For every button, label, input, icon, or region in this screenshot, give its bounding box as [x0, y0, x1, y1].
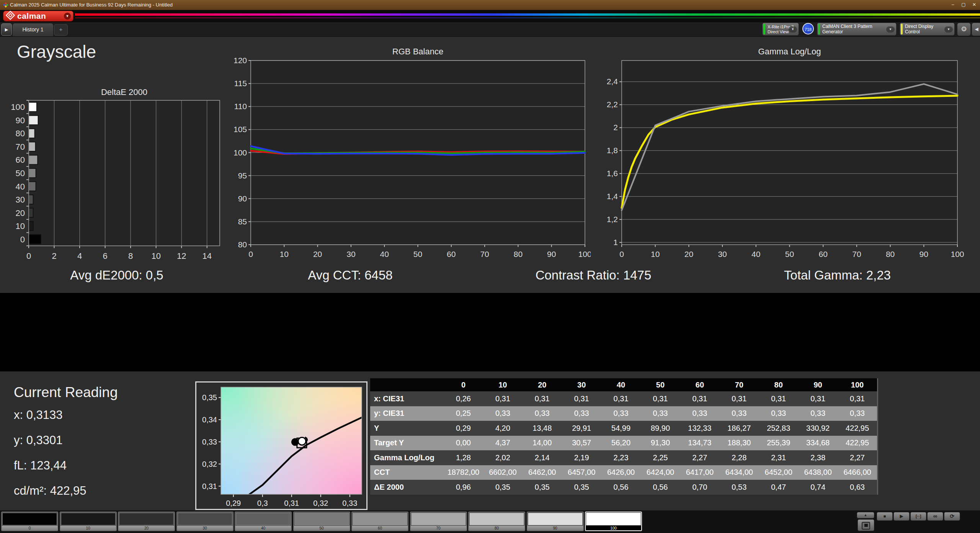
window-title: Calman 2025 Calman Ultimate for Business…	[10, 2, 173, 8]
table-cell: 0,33	[680, 409, 719, 418]
table-column-header: 0	[444, 381, 483, 389]
stat-avg-cct: Avg CCT: 6458	[249, 268, 452, 285]
pattern-tile-80[interactable]: 80	[468, 512, 525, 531]
svg-text:50: 50	[785, 250, 794, 258]
svg-text:40: 40	[751, 250, 760, 258]
table-row-label: Gamma Log/Log	[370, 453, 444, 462]
settings-button[interactable]: ⚙	[957, 23, 971, 36]
bracket-dots-icon: [··]	[916, 514, 921, 518]
measure-series-button[interactable]: [··]	[910, 512, 926, 521]
app-icon	[3, 2, 9, 8]
measure-continuous-button[interactable]: ∞	[927, 512, 943, 521]
pattern-tile-60[interactable]: 60	[351, 512, 408, 531]
table-cell: 0,33	[562, 409, 601, 418]
pattern-tile-70[interactable]: 70	[410, 512, 467, 531]
window-titlebar: Calman 2025 Calman Ultimate for Business…	[0, 0, 980, 10]
table-cell: 6417,00	[680, 468, 719, 477]
source-dropdown[interactable]: CalMAN Client 3 Pattern Generator ▼	[817, 23, 897, 36]
svg-text:0,34: 0,34	[202, 415, 217, 424]
table-cell: 4,20	[483, 424, 523, 433]
calman-menu-button[interactable]: calman ▼	[3, 11, 74, 21]
measure-once-button[interactable]: ▶	[893, 512, 910, 521]
minimize-button[interactable]: –	[949, 1, 957, 8]
layout-play-button[interactable]: ▶	[1, 23, 12, 36]
svg-text:70: 70	[852, 250, 861, 258]
svg-text:0,32: 0,32	[313, 499, 328, 507]
stop-measure-button[interactable]: ■	[877, 512, 893, 521]
pattern-window-button[interactable]	[858, 519, 874, 531]
svg-text:0: 0	[20, 235, 25, 244]
svg-text:50: 50	[16, 168, 25, 178]
table-cell: 2,38	[798, 453, 838, 462]
table-cell: 255,39	[759, 438, 798, 447]
current-reading-title: Current Reading	[14, 384, 118, 401]
svg-text:0: 0	[248, 250, 253, 258]
expand-pattern-window-button[interactable]: ▲	[857, 512, 874, 518]
add-tab-button[interactable]: +	[54, 24, 68, 36]
table-row-label: ΔE 2000	[370, 483, 444, 492]
pattern-tile-40[interactable]: 40	[235, 512, 292, 531]
svg-text:2,4: 2,4	[607, 77, 618, 86]
logo-strip: calman ▼	[0, 10, 980, 22]
pattern-tile-label: 60	[352, 526, 408, 531]
pattern-tile-100[interactable]: 100	[585, 512, 642, 531]
table-cell: 1,28	[444, 453, 483, 462]
svg-text:60: 60	[16, 155, 25, 165]
table-cell: 0,33	[523, 409, 562, 418]
svg-text:0,33: 0,33	[202, 438, 217, 446]
svg-text:30: 30	[718, 250, 727, 258]
svg-text:100: 100	[234, 148, 247, 157]
table-cell: 6426,00	[601, 468, 641, 477]
pattern-tile-label: 100	[586, 526, 641, 531]
svg-text:95: 95	[238, 171, 247, 180]
pattern-tile-swatch	[294, 513, 349, 525]
pattern-tile-swatch	[2, 513, 57, 525]
table-cell: 0,33	[838, 409, 877, 418]
tab-history-1[interactable]: History 1	[13, 23, 53, 36]
table-cell: 0,35	[523, 483, 562, 492]
pattern-tile-10[interactable]: 10	[60, 512, 117, 531]
svg-text:80: 80	[886, 250, 895, 258]
table-cell: 0,31	[759, 394, 798, 403]
table-cell: 2,31	[759, 453, 798, 462]
chevron-down-icon: ▼	[886, 26, 895, 33]
refresh-button[interactable]: ⟳	[944, 512, 960, 521]
pattern-tile-20[interactable]: 20	[118, 512, 175, 531]
calman-window: Calman 2025 Calman Ultimate for Business…	[0, 0, 980, 533]
reading-cdm2: cd/m²: 422,95	[14, 484, 87, 498]
stat-contrast-ratio: Contrast Ratio: 1475	[494, 268, 693, 285]
pattern-tile-30[interactable]: 30	[176, 512, 234, 531]
table-column-header: 50	[641, 381, 680, 389]
table-cell: 2,25	[641, 453, 680, 462]
table-cell: 422,95	[838, 438, 877, 447]
table-cell: 0,53	[719, 483, 759, 492]
gamma-log-log-chart: Gamma Log/Log11,21,41,61,822,22,40102030…	[604, 44, 975, 264]
svg-text:30: 30	[16, 195, 25, 204]
table-cell: 0,35	[562, 483, 601, 492]
svg-text:4: 4	[77, 251, 82, 261]
display-window-icon	[862, 522, 870, 530]
display-dropdown[interactable]: Direct Display Control ▼	[900, 23, 955, 36]
pattern-tile-label: 20	[119, 526, 174, 531]
svg-text:0,31: 0,31	[284, 499, 299, 507]
svg-text:0,31: 0,31	[202, 482, 217, 490]
pattern-tile-swatch	[411, 513, 466, 525]
infinity-icon: ∞	[933, 513, 938, 519]
close-button[interactable]: ✕	[970, 1, 978, 8]
maximize-button[interactable]: ▢	[959, 1, 968, 8]
table-cell: 0,63	[838, 483, 877, 492]
pattern-tile-0[interactable]: 0	[1, 512, 58, 531]
table-cell: 0,31	[719, 394, 759, 403]
svg-text:1,6: 1,6	[607, 169, 618, 178]
table-cell: 2,28	[719, 453, 759, 462]
svg-text:40: 40	[380, 250, 389, 258]
meter-dropdown[interactable]: X-Rite i1Pro 3 Direct View ▼	[762, 23, 799, 36]
stop-icon: ■	[884, 514, 886, 518]
table-cell: 56,20	[601, 438, 641, 447]
pattern-tile-50[interactable]: 50	[293, 512, 350, 531]
svg-text:10: 10	[16, 221, 25, 231]
pattern-tile-90[interactable]: 90	[527, 512, 584, 531]
collapse-panel-button[interactable]: ◀	[972, 23, 980, 36]
calman-logo-text: calman	[17, 11, 46, 21]
table-row: x: CIE310,260,310,310,310,310,310,310,31…	[370, 391, 877, 406]
